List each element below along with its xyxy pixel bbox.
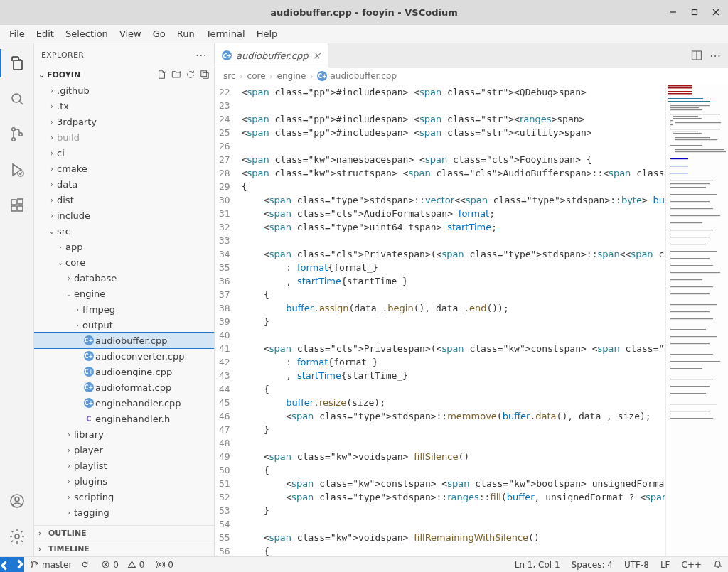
folder-playlist[interactable]: ›playlist — [34, 458, 214, 473]
timeline-section[interactable]: ›TIMELINE — [34, 541, 214, 556]
folder-tagging[interactable]: ›tagging — [34, 504, 214, 520]
folder-plugins[interactable]: ›plugins — [34, 473, 214, 489]
c-header-icon: C — [84, 414, 94, 423]
tab-label: audiobuffer.cpp — [236, 50, 308, 61]
folder-build[interactable]: ›build — [34, 129, 214, 145]
file-audioformat.cpp[interactable]: C+audioformat.cpp — [34, 379, 214, 395]
window-title: audiobuffer.cpp - fooyin - VSCodium — [270, 7, 458, 18]
svg-rect-65 — [670, 265, 713, 266]
folder-ci[interactable]: ›ci — [34, 145, 214, 161]
file-enginehandler.h[interactable]: Cenginehandler.h — [34, 411, 214, 426]
tab-close-icon[interactable]: × — [312, 50, 321, 61]
cpp-file-icon: C+ — [84, 335, 94, 345]
refresh-icon[interactable] — [186, 70, 196, 80]
folder-library[interactable]: ›library — [34, 426, 214, 442]
folder-database[interactable]: ›database — [34, 270, 214, 286]
activity-explorer[interactable] — [0, 49, 34, 77]
window-close-button[interactable] — [705, 1, 727, 23]
activity-run[interactable] — [0, 156, 34, 184]
svg-rect-64 — [670, 258, 710, 259]
svg-rect-72 — [670, 318, 713, 319]
folder-engine[interactable]: ⌄engine — [34, 286, 214, 301]
activity-settings[interactable] — [0, 522, 34, 551]
menu-help[interactable]: Help — [251, 26, 284, 41]
indentation-status[interactable]: Spaces: 4 — [566, 557, 619, 572]
folder-.tx[interactable]: ›.tx — [34, 98, 214, 114]
new-file-icon[interactable] — [157, 70, 167, 80]
language-status[interactable]: C++ — [676, 557, 708, 572]
svg-rect-47 — [675, 149, 724, 150]
folder-ffmpeg[interactable]: ›ffmpeg — [34, 301, 214, 317]
folder-include[interactable]: ›include — [34, 207, 214, 223]
ports-status[interactable]: 0 — [150, 557, 179, 572]
title-bar: audiobuffer.cpp - fooyin - VSCodium — [0, 0, 728, 25]
collapse-icon[interactable] — [200, 70, 210, 80]
cpp-file-icon: C+ — [84, 398, 94, 408]
folder-output[interactable]: ›output — [34, 317, 214, 333]
menu-terminal[interactable]: Terminal — [200, 26, 251, 41]
folder-3rdparty[interactable]: ›3rdparty — [34, 114, 214, 129]
menu-run[interactable]: Run — [171, 26, 200, 41]
breadcrumb-seg[interactable]: C+audiobuffer.cpp — [317, 71, 397, 82]
breadcrumb-seg[interactable]: core — [247, 71, 266, 81]
problems-status[interactable]: 0 0 — [95, 557, 150, 572]
file-audiobuffer.cpp[interactable]: C+audiobuffer.cpp — [34, 333, 214, 348]
remote-button[interactable] — [0, 557, 24, 572]
folder-player[interactable]: ›player — [34, 442, 214, 458]
activity-accounts[interactable] — [0, 487, 34, 515]
svg-rect-59 — [670, 222, 702, 223]
svg-rect-45 — [675, 139, 717, 140]
editor-tab-audiobuffer[interactable]: C+ audiobuffer.cpp × — [215, 43, 328, 68]
folder-data[interactable]: ›data — [34, 176, 214, 192]
svg-rect-82 — [670, 404, 717, 404]
folder-app[interactable]: ›app — [34, 239, 214, 254]
outline-section[interactable]: ›OUTLINE — [34, 525, 214, 541]
project-header[interactable]: ⌄ FOOYIN — [34, 67, 214, 82]
folder-dist[interactable]: ›dist — [34, 192, 214, 207]
window-maximize-button[interactable] — [684, 1, 705, 23]
breadcrumb[interactable]: src›core›engine›C+audiobuffer.cpp — [215, 68, 728, 84]
split-editor-icon[interactable] — [691, 50, 702, 61]
notifications-icon[interactable] — [707, 557, 728, 572]
menu-selection[interactable]: Selection — [60, 26, 114, 41]
breadcrumb-seg[interactable]: engine — [277, 71, 306, 81]
svg-rect-35 — [670, 114, 720, 114]
svg-rect-4 — [14, 60, 22, 70]
svg-point-92 — [132, 566, 132, 567]
svg-point-9 — [18, 133, 21, 136]
explorer-more-icon[interactable]: ⋯ — [196, 48, 207, 62]
editor-area: C+ audiobuffer.cpp × ⋯ src›core›engine›C… — [215, 43, 728, 556]
breadcrumb-seg[interactable]: src — [223, 71, 236, 81]
svg-rect-41 — [670, 129, 720, 129]
menu-file[interactable]: File — [4, 26, 31, 41]
encoding-status[interactable]: UTF-8 — [619, 557, 655, 572]
menu-view[interactable]: View — [114, 26, 147, 41]
git-branch-status[interactable]: master — [24, 557, 95, 572]
activity-search[interactable] — [0, 85, 34, 113]
cursor-position-status[interactable]: Ln 1, Col 1 — [509, 557, 566, 572]
svg-point-86 — [31, 566, 33, 568]
folder-.github[interactable]: ›.github — [34, 82, 214, 98]
folder-scripting[interactable]: ›scripting — [34, 489, 214, 504]
folder-src[interactable]: ⌄src — [34, 223, 214, 239]
editor-tab-bar: C+ audiobuffer.cpp × ⋯ — [215, 43, 728, 68]
svg-rect-33 — [670, 107, 699, 108]
editor-more-icon[interactable]: ⋯ — [710, 49, 721, 63]
activity-extensions[interactable] — [0, 191, 34, 220]
file-audioconverter.cpp[interactable]: C+audioconverter.cpp — [34, 348, 214, 364]
eol-status[interactable]: LF — [655, 557, 676, 572]
svg-rect-43 — [673, 133, 702, 134]
svg-rect-79 — [670, 379, 713, 379]
window-minimize-button[interactable] — [663, 1, 684, 23]
file-enginehandler.cpp[interactable]: C+enginehandler.cpp — [34, 395, 214, 411]
folder-cmake[interactable]: ›cmake — [34, 161, 214, 176]
code-editor[interactable]: <span class="pp">#includespan> <span cla… — [242, 84, 665, 556]
menu-edit[interactable]: Edit — [31, 26, 60, 41]
file-audioengine.cpp[interactable]: C+audioengine.cpp — [34, 364, 214, 379]
menu-go[interactable]: Go — [147, 26, 171, 41]
svg-rect-81 — [670, 393, 706, 394]
minimap[interactable] — [665, 84, 728, 556]
activity-scm[interactable] — [0, 120, 34, 149]
folder-core[interactable]: ⌄core — [34, 254, 214, 270]
new-folder-icon[interactable] — [171, 70, 181, 80]
